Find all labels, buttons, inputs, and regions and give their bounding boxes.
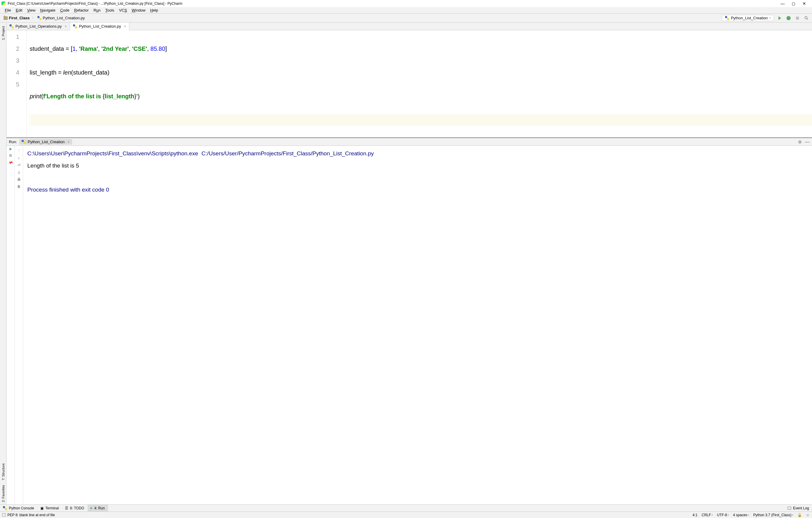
console-exe-path: C:\Users\User\PycharmProjects\First_Clas… [27, 150, 198, 157]
status-position[interactable]: 4:1 [693, 513, 698, 517]
run-panel-header-right: ⚙ — [798, 139, 810, 145]
run-panel-tab[interactable]: Python_List_Creation × [19, 139, 72, 145]
menu-view[interactable]: View [25, 7, 38, 13]
bottom-tab-event-log[interactable]: Event Log [785, 505, 812, 512]
pycharm-icon [1, 1, 6, 6]
window-controls: — ◻ ✕ [781, 1, 806, 6]
breadcrumb: First_Class 〉 Python_List_Creation.py [2, 15, 86, 21]
editor-tab-creation[interactable]: Python_List_Creation.py × [70, 23, 129, 30]
bug-icon [786, 16, 791, 20]
statusbar-message: PEP 8: blank line at end of file [7, 513, 55, 517]
console-exit: Process finished with exit code 0 [27, 187, 109, 193]
rerun-button[interactable] [9, 147, 12, 151]
run-button[interactable] [776, 15, 783, 21]
menu-run[interactable]: Run [91, 7, 103, 13]
sidebar-tab-structure[interactable]: 7: Structure [1, 461, 6, 483]
status-encoding[interactable]: UTF-8♦ [717, 513, 729, 517]
python-file-icon [725, 16, 729, 20]
menu-help[interactable]: Help [148, 7, 161, 13]
svg-point-0 [805, 16, 807, 19]
bottom-tab-label: 6: TODO [70, 506, 84, 510]
bottom-tool-tabs: Python Console ▣ Terminal ☰ 6: TODO 4: R… [0, 505, 812, 512]
line-number: 3 [6, 55, 19, 66]
bottom-tab-label: Python Console [9, 506, 34, 510]
main-area: 1: Project 7: Structure 2: Favorites Pyt… [0, 23, 812, 505]
line-number: 4 [6, 66, 19, 78]
close-icon[interactable]: × [68, 140, 70, 144]
bottom-tab-run[interactable]: 4: Run [88, 505, 108, 512]
checkbox-icon[interactable] [2, 513, 6, 517]
stop-icon [796, 17, 799, 20]
breadcrumb-file[interactable]: Python_List_Creation.py [36, 15, 86, 21]
debug-button[interactable] [785, 15, 792, 21]
clear-icon[interactable]: 🗑 [17, 185, 21, 189]
scroll-to-end-icon[interactable]: ⤓ [17, 170, 21, 174]
editor-body[interactable]: 1 2 3 4 5 student_data = [1, 'Rama', '2n… [6, 30, 812, 137]
speech-bubble-icon [788, 507, 791, 510]
code-line: list_length = len(student_data) [30, 66, 812, 78]
run-panel-label: Run: [9, 140, 17, 144]
titlebar: First_Class [C:\Users\User\PycharmProjec… [0, 0, 812, 7]
bottom-tab-label: Terminal [46, 506, 59, 510]
python-file-icon [22, 140, 26, 144]
minimize-button[interactable]: — [781, 1, 785, 6]
close-icon[interactable]: × [65, 24, 67, 28]
chevron-down-icon: ▾ [770, 17, 771, 19]
status-line-separator[interactable]: CRLF♦ [702, 513, 713, 517]
run-toolbar-column-1: 📌 [6, 146, 15, 505]
chevron-icon: 〉 [32, 16, 35, 20]
status-interpreter[interactable]: Python 3.7 (First_Class)♦ [753, 513, 793, 517]
stop-button[interactable] [9, 154, 12, 157]
hide-icon[interactable]: — [805, 139, 810, 145]
code-line: student_data = [1, 'Rama', '2nd Year', '… [30, 43, 812, 55]
close-button[interactable]: ✕ [803, 1, 806, 6]
menu-window[interactable]: Window [129, 7, 148, 13]
menu-edit[interactable]: Edit [13, 7, 25, 13]
inspector-icon[interactable]: ☺ [806, 513, 810, 517]
gutter: 1 2 3 4 5 [6, 30, 27, 137]
menu-tools[interactable]: Tools [103, 7, 117, 13]
menu-navigate[interactable]: Navigate [38, 7, 58, 13]
down-icon[interactable]: ↓ [18, 155, 20, 160]
line-number: 2 [6, 43, 19, 55]
menu-file[interactable]: File [2, 7, 13, 13]
maximize-button[interactable]: ◻ [792, 1, 795, 6]
gear-icon[interactable]: ⚙ [798, 140, 802, 144]
close-icon[interactable]: × [124, 24, 126, 28]
console-output[interactable]: C:\Users\User\PycharmProjects\First_Clas… [23, 146, 812, 505]
folder-icon [4, 16, 8, 20]
line-number: 5 [6, 78, 19, 90]
python-file-icon [9, 24, 13, 28]
navbar-right: Python_List_Creation ▾ [722, 15, 810, 21]
run-config-selector[interactable]: Python_List_Creation ▾ [722, 15, 774, 21]
print-icon[interactable]: 🖶 [17, 177, 21, 182]
breadcrumb-project[interactable]: First_Class [2, 15, 31, 21]
editor-tab-label: Python_List_Operations.py [16, 24, 62, 28]
search-everywhere-button[interactable] [803, 15, 810, 21]
menu-refactor[interactable]: Refactor [72, 7, 91, 13]
soft-wrap-icon[interactable]: ⏎ [17, 163, 21, 167]
editor-tabs: Python_List_Operations.py × Python_List_… [6, 23, 812, 30]
statusbar-left: PEP 8: blank line at end of file [2, 513, 55, 517]
menubar: File Edit View Navigate Code Refactor Ru… [0, 7, 812, 13]
sidebar-tab-favorites[interactable]: 2: Favorites [1, 483, 6, 505]
line-number: 1 [6, 31, 19, 43]
up-icon[interactable]: ↑ [18, 147, 20, 153]
editor-tab-operations[interactable]: Python_List_Operations.py × [6, 23, 70, 30]
menu-vcs[interactable]: VCS [117, 7, 129, 13]
bottom-tab-todo[interactable]: ☰ 6: TODO [62, 505, 88, 512]
stop-button[interactable] [794, 15, 801, 21]
pin-icon[interactable]: 📌 [8, 160, 13, 165]
console-script-path: C:/Users/User/PycharmProjects/First_Clas… [202, 150, 374, 157]
code-line-current [30, 114, 812, 126]
terminal-icon: ▣ [40, 506, 44, 510]
bottom-tab-terminal[interactable]: ▣ Terminal [37, 505, 62, 512]
run-panel-header: Run: Python_List_Creation × ⚙ — [6, 138, 812, 146]
left-sidebar: 1: Project 7: Structure 2: Favorites [0, 23, 6, 505]
status-indent[interactable]: 4 spaces♦ [733, 513, 749, 517]
code-area[interactable]: student_data = [1, 'Rama', '2nd Year', '… [27, 30, 812, 137]
bottom-tab-python-console[interactable]: Python Console [0, 505, 37, 512]
menu-code[interactable]: Code [58, 7, 72, 13]
sidebar-tab-project[interactable]: 1: Project [1, 24, 6, 42]
lock-icon[interactable]: 🔓 [798, 513, 802, 517]
